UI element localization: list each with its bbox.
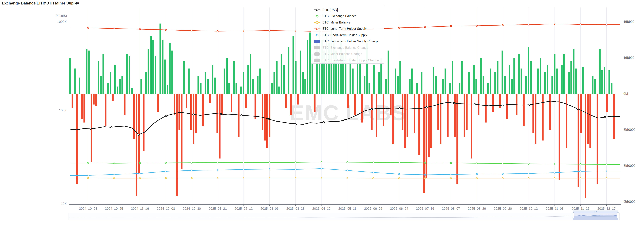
legend-line-marker-icon <box>314 14 320 18</box>
legend-item-btc-long-term-holder-supply-change[interactable]: BTC: Long–Term Holder Supply Change <box>314 38 384 45</box>
supply-change-bar <box>485 94 486 123</box>
series-point-marker <box>217 30 218 32</box>
supply-change-bar <box>506 94 508 119</box>
supply-change-bar <box>95 94 97 106</box>
supply-change-bar <box>152 40 154 94</box>
supply-change-bar <box>171 50 173 94</box>
supply-change-bar <box>269 94 270 137</box>
price-point-marker <box>193 114 194 115</box>
supply-change-bar <box>471 94 472 159</box>
supply-change-bar <box>281 54 282 94</box>
supply-change-bar <box>573 49 574 94</box>
supply-change-bar <box>604 67 606 94</box>
supply-change-bar <box>596 94 598 184</box>
supply-change-bar <box>236 83 237 94</box>
series-point-marker <box>606 24 607 25</box>
supply-change-bar <box>480 58 482 94</box>
supply-change-bar <box>112 94 114 101</box>
datazoom-move-grip[interactable] <box>573 211 618 213</box>
series-point-marker <box>191 170 192 171</box>
legend-item-btc-exchange-balance-change[interactable]: BTC: Exchange Balance Change <box>314 44 384 51</box>
supply-change-bar <box>178 94 180 130</box>
supply-change-bar <box>497 61 498 94</box>
price-point-marker <box>138 134 140 135</box>
supply-change-bar <box>143 94 144 151</box>
supply-change-bar <box>552 76 553 94</box>
legend: Price[USD]BTC: Exchange BalanceBTC: Mine… <box>311 5 384 64</box>
supply-change-bar <box>138 94 140 173</box>
supply-change-bar <box>542 94 544 141</box>
supply-change-bar <box>547 65 548 94</box>
series-line <box>70 101 620 135</box>
legend-item-btc-exchange-balance[interactable]: BTC: Exchange Balance <box>314 13 384 19</box>
series-point-marker <box>139 173 140 174</box>
series-point-marker <box>165 177 166 179</box>
supply-change-bar <box>359 61 360 94</box>
series-point-marker <box>346 162 348 163</box>
series-point-marker <box>88 162 89 164</box>
datazoom-track[interactable] <box>69 213 620 220</box>
supply-change-bar <box>283 65 284 94</box>
legend-line-marker-icon <box>314 8 320 11</box>
datazoom-handle-right[interactable] <box>617 213 619 218</box>
series-point-marker <box>114 178 115 179</box>
series-point-marker <box>502 24 504 26</box>
series-point-marker <box>372 172 374 173</box>
y-axis-name: Price($) <box>2 14 67 18</box>
supply-change-bar <box>404 94 406 148</box>
legend-item-btc-long-term-holder-supply[interactable]: BTC: Long–Term Holder Supply <box>314 26 384 32</box>
legend-item-label: BTC: Short–Term Holder Supply <box>322 33 367 37</box>
price-point-marker <box>268 118 270 120</box>
series-point-marker <box>398 162 400 163</box>
series-point-marker <box>424 178 426 179</box>
supply-change-bar <box>188 69 190 94</box>
supply-change-bar <box>252 79 254 94</box>
series-point-marker <box>295 162 296 163</box>
supply-change-bar <box>590 94 591 148</box>
legend-item-label: BTC: Long–Term Holder Supply Change <box>322 39 378 43</box>
supply-change-bar <box>300 50 301 94</box>
supply-change-bar <box>435 76 437 94</box>
supply-change-bar <box>566 94 567 148</box>
series-point-marker <box>295 30 296 32</box>
supply-change-bar <box>352 69 354 94</box>
supply-change-bar <box>145 72 147 94</box>
legend-item-price-usd[interactable]: Price[USD] <box>314 7 384 13</box>
supply-change-bar <box>575 69 577 94</box>
supply-change-bar <box>100 76 102 94</box>
series-point-marker <box>114 28 115 29</box>
supply-change-bar <box>129 56 130 94</box>
supply-change-bar <box>459 83 460 94</box>
supply-change-bar <box>266 94 268 148</box>
supply-change-bar <box>611 83 612 94</box>
series-point-marker <box>606 178 607 179</box>
series-point-marker <box>346 170 348 171</box>
supply-change-bar <box>264 94 266 141</box>
legend-item-btc-short-term-holder-supply-change[interactable]: BTC: Short–Term Holder Supply Change <box>314 57 384 64</box>
datazoom-selection[interactable] <box>573 213 618 220</box>
price-point-marker <box>501 105 503 106</box>
supply-change-bar <box>354 94 356 115</box>
supply-change-bar <box>155 56 156 94</box>
legend-item-btc-short-term-holder-supply[interactable]: BTC: Short–Term Holder Supply <box>314 32 384 38</box>
legend-item-btc-miner-balance[interactable]: BTC: Miner Balance <box>314 19 384 26</box>
x-axis-date-label: 2024–10–25 <box>105 207 123 211</box>
supply-change-bar <box>276 61 278 94</box>
x-axis-date-label: 2024–12–30 <box>183 207 201 211</box>
datazoom-handle-left[interactable] <box>572 213 574 218</box>
supply-change-bar <box>511 79 513 94</box>
supply-change-bar <box>525 76 527 94</box>
x-axis-date-label: 2025–07–16 <box>416 207 434 211</box>
supply-change-bar <box>518 54 520 94</box>
x-axis-date-label: 2025–01–21 <box>208 207 227 211</box>
supply-change-bar <box>117 86 118 94</box>
x-axis-date-label: 2025–02–12 <box>234 207 253 211</box>
supply-change-bar <box>136 94 137 196</box>
legend-item-btc-miner-balance-change[interactable]: BTC: Miner Balance Change <box>314 51 384 57</box>
supply-change-bar <box>288 47 289 94</box>
supply-change-bar <box>601 70 603 94</box>
series-point-marker <box>450 162 452 164</box>
legend-line-marker-icon <box>314 27 320 30</box>
supply-change-bar <box>105 94 106 126</box>
x-axis-date-label: 2024–11–16 <box>131 207 149 211</box>
